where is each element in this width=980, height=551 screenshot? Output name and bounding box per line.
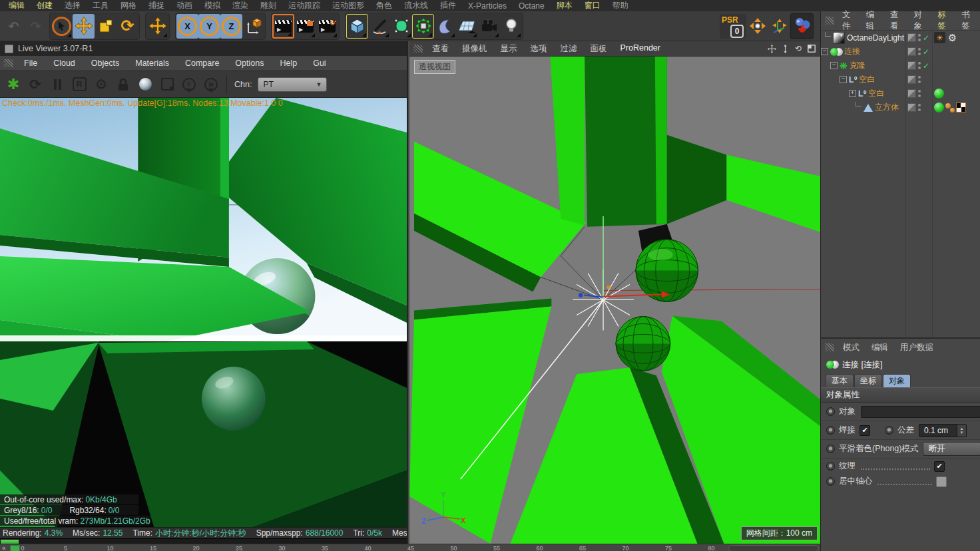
object-manager-menu-item[interactable]: 编辑: [861, 9, 885, 32]
visibility-dots-icon[interactable]: [918, 104, 921, 111]
layer-toggle-icon[interactable]: [907, 61, 916, 70]
object-manager-menu-item[interactable]: 标签: [932, 9, 956, 32]
object-row-octanedaylight[interactable]: OctaneDayLight ✓ ☀ ⚙: [821, 31, 980, 45]
attribute-menu-item[interactable]: 模式: [837, 342, 865, 353]
key-radio-icon[interactable]: [826, 477, 835, 486]
collapse-box[interactable]: [821, 48, 828, 55]
material-picker-pin-icon[interactable]: M: [203, 76, 219, 93]
object-manager-menu-item[interactable]: 查看: [885, 9, 909, 32]
material-ball-icon[interactable]: [137, 76, 153, 93]
edit-render-settings-icon[interactable]: ▶⚙: [316, 14, 338, 39]
undo-icon[interactable]: ↶: [3, 14, 25, 39]
main-menu-item[interactable]: 动画: [170, 0, 198, 11]
add-spline-pen-icon[interactable]: [368, 14, 390, 39]
enabled-check-icon[interactable]: ✓: [923, 33, 929, 43]
texture-checkbox[interactable]: [934, 461, 945, 472]
restart-render-icon[interactable]: ⟳: [27, 76, 43, 93]
view-name-label[interactable]: 透视视图: [414, 60, 455, 74]
expand-box[interactable]: [849, 90, 856, 97]
object-row-null-2[interactable]: L0 空白: [821, 87, 980, 100]
weld-checkbox[interactable]: [859, 425, 870, 436]
attribute-menu-item[interactable]: 编辑: [865, 342, 894, 353]
viewport-menu-item[interactable]: 查看: [425, 43, 455, 55]
live-viewer-menu-item[interactable]: Gui: [305, 59, 334, 68]
object-row-connect[interactable]: 连接 ✓: [821, 45, 980, 59]
main-menu-item[interactable]: 角色: [370, 0, 398, 11]
grip-icon[interactable]: [825, 17, 834, 25]
material-tag-icon[interactable]: [934, 102, 944, 112]
object-row-null-1[interactable]: L0 空白: [821, 73, 980, 87]
layer-toggle-icon[interactable]: [907, 47, 916, 56]
layer-toggle-icon[interactable]: [907, 89, 916, 98]
dolly-view-icon[interactable]: [780, 44, 790, 53]
add-floor-icon[interactable]: [456, 14, 478, 39]
add-camera-icon[interactable]: [478, 14, 500, 39]
live-selection-tool-icon[interactable]: [51, 14, 73, 39]
key-radio-icon[interactable]: [826, 462, 835, 470]
object-manager-menu-item[interactable]: 文件: [837, 9, 861, 32]
grip-icon[interactable]: [413, 45, 423, 53]
daylight-tag-gear-icon[interactable]: ⚙: [947, 32, 958, 43]
main-menu-item[interactable]: 流水线: [398, 0, 434, 11]
live-viewer-menu-item[interactable]: Help: [272, 59, 305, 68]
key-radio-icon[interactable]: [885, 426, 893, 435]
live-viewer-menu-item[interactable]: Objects: [83, 59, 127, 68]
add-cloner-icon[interactable]: [412, 14, 434, 39]
settings-gear-icon[interactable]: ⚙: [93, 76, 109, 93]
viewport-menu-item[interactable]: 摄像机: [455, 43, 494, 55]
collapse-box[interactable]: [840, 76, 847, 83]
viewport-menu-item[interactable]: 选项: [524, 43, 554, 55]
main-menu-item[interactable]: 工具: [87, 0, 115, 11]
main-menu-item[interactable]: 捕捉: [142, 0, 170, 11]
reset-psr-icon[interactable]: [746, 14, 768, 39]
phong-mode-dropdown[interactable]: 断开: [923, 442, 980, 456]
live-viewer-menu-item[interactable]: File: [16, 59, 45, 68]
main-menu-item[interactable]: 模拟: [198, 0, 226, 11]
main-menu-item[interactable]: X-Particles: [462, 1, 513, 11]
live-viewer-menu-item[interactable]: Cloud: [45, 59, 83, 68]
object-row-cube[interactable]: 立方体: [821, 100, 980, 114]
material-tag-icon[interactable]: [934, 89, 944, 98]
focus-picker-pin-icon[interactable]: F: [181, 76, 197, 93]
redo-icon[interactable]: ↷: [25, 14, 47, 39]
add-deformer-icon[interactable]: [434, 14, 456, 39]
object-row-cloner[interactable]: ❋ 克隆 ✓: [821, 59, 980, 73]
attribute-tab[interactable]: 基本: [826, 374, 854, 387]
visibility-dots-icon[interactable]: [918, 34, 921, 41]
main-menu-item[interactable]: 窗口: [579, 0, 607, 11]
rotate-tool-icon[interactable]: ⟳: [117, 14, 138, 39]
main-menu-item[interactable]: 插件: [434, 0, 462, 11]
main-menu-item[interactable]: 帮助: [607, 0, 634, 11]
live-viewer-menu-item[interactable]: Materials: [127, 59, 177, 68]
main-menu-item[interactable]: 选择: [59, 0, 87, 11]
uvw-tag-icon[interactable]: [956, 102, 966, 112]
main-menu-item[interactable]: 运动跟踪: [282, 0, 326, 11]
visibility-dots-icon[interactable]: [918, 90, 921, 97]
reset-icon[interactable]: R: [71, 76, 87, 93]
viewport-menu-item[interactable]: 过滤: [554, 43, 584, 55]
object-manager-menu-item[interactable]: 对象: [908, 9, 932, 32]
region-render-icon[interactable]: [159, 76, 175, 93]
render-view-icon[interactable]: ▶: [272, 14, 294, 39]
main-menu-item[interactable]: 渲染: [226, 0, 254, 11]
object-link-field[interactable]: [861, 406, 980, 418]
move-tool-icon[interactable]: [73, 14, 95, 39]
live-viewer-menu-item[interactable]: Compare: [177, 59, 227, 68]
timeline-end-field[interactable]: [728, 545, 819, 551]
rotate-view-icon[interactable]: ⟲: [794, 44, 803, 53]
live-viewer-titlebar[interactable]: Live Viewer 3.07-R1: [0, 41, 407, 56]
viewport-3d-view[interactable]: 透视视图 网格间距：100 cm Y Z X: [409, 57, 820, 544]
main-menu-item[interactable]: 脚本: [551, 0, 579, 11]
center-axis-checkbox[interactable]: [936, 476, 947, 487]
main-menu-item[interactable]: 创建: [31, 0, 59, 11]
enabled-check-icon[interactable]: ✓: [923, 61, 929, 71]
tolerance-field[interactable]: 0.1 cm ▲▼: [919, 424, 967, 437]
render-view[interactable]: Check:0ms./1ms. MeshGen:0ms. Update[G]:1…: [0, 98, 407, 527]
visibility-dots-icon[interactable]: [918, 76, 921, 83]
pause-render-icon[interactable]: [49, 76, 65, 93]
live-viewer-menu-item[interactable]: Options: [227, 59, 272, 68]
layer-toggle-icon[interactable]: [907, 33, 916, 42]
psr-transfer-button[interactable]: PSR 0: [720, 14, 746, 39]
section-header[interactable]: 对象属性: [821, 387, 980, 403]
daylight-tag-sun-icon[interactable]: ☀: [934, 32, 945, 43]
